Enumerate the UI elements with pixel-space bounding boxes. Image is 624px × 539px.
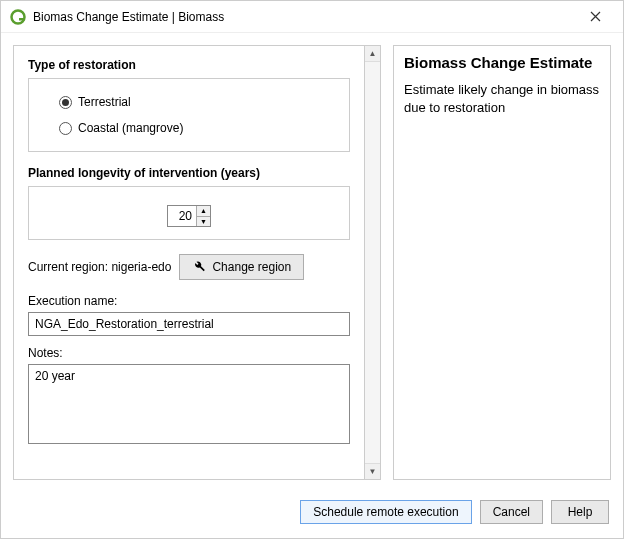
left-scrollbar[interactable]: ▲ ▼ <box>365 45 381 480</box>
notes-label: Notes: <box>28 346 350 360</box>
cancel-button[interactable]: Cancel <box>480 500 543 524</box>
radio-coastal-label: Coastal (mangrove) <box>78 121 183 135</box>
schedule-remote-button[interactable]: Schedule remote execution <box>300 500 471 524</box>
spin-down-icon[interactable]: ▼ <box>197 217 210 227</box>
radio-terrestrial[interactable]: Terrestrial <box>41 89 337 115</box>
dialog-window: Biomas Change Estimate | Biomass Type of… <box>0 0 624 539</box>
longevity-spinbox[interactable]: ▲ ▼ <box>167 205 211 227</box>
radio-coastal[interactable]: Coastal (mangrove) <box>41 115 337 141</box>
radio-icon <box>59 96 72 109</box>
restoration-group-title: Type of restoration <box>28 58 350 72</box>
close-button[interactable] <box>575 3 615 31</box>
change-region-label: Change region <box>212 260 291 274</box>
region-label: Current region: nigeria-edo <box>28 260 171 274</box>
dialog-footer: Schedule remote execution Cancel Help <box>1 492 623 538</box>
help-button[interactable]: Help <box>551 500 609 524</box>
help-panel: Biomass Change Estimate Estimate likely … <box>393 45 611 480</box>
execution-name-input[interactable] <box>28 312 350 336</box>
window-title: Biomas Change Estimate | Biomass <box>33 10 224 24</box>
titlebar: Biomas Change Estimate | Biomass <box>1 1 623 33</box>
radio-terrestrial-label: Terrestrial <box>78 95 131 109</box>
help-text: Estimate likely change in biomass due to… <box>404 81 600 117</box>
longevity-group-title: Planned longevity of intervention (years… <box>28 166 350 180</box>
wrench-icon <box>192 259 206 276</box>
left-panel: Type of restoration Terrestrial Coastal … <box>13 45 365 480</box>
longevity-input[interactable] <box>168 206 196 226</box>
scroll-down-icon[interactable]: ▼ <box>365 463 380 479</box>
scroll-up-icon[interactable]: ▲ <box>365 46 380 62</box>
qgis-icon <box>9 8 27 26</box>
longevity-group: ▲ ▼ <box>28 186 350 240</box>
execution-name-label: Execution name: <box>28 294 350 308</box>
help-heading: Biomass Change Estimate <box>404 54 600 71</box>
left-panel-wrap: Type of restoration Terrestrial Coastal … <box>13 45 381 480</box>
notes-textarea[interactable]: 20 year <box>28 364 350 444</box>
spin-up-icon[interactable]: ▲ <box>197 206 210 217</box>
scroll-track[interactable] <box>365 62 380 463</box>
restoration-group: Terrestrial Coastal (mangrove) <box>28 78 350 152</box>
svg-point-0 <box>12 10 25 23</box>
radio-icon <box>59 122 72 135</box>
svg-rect-1 <box>19 18 25 21</box>
change-region-button[interactable]: Change region <box>179 254 304 280</box>
region-row: Current region: nigeria-edo Change regio… <box>28 254 350 280</box>
dialog-body: Type of restoration Terrestrial Coastal … <box>1 33 623 492</box>
